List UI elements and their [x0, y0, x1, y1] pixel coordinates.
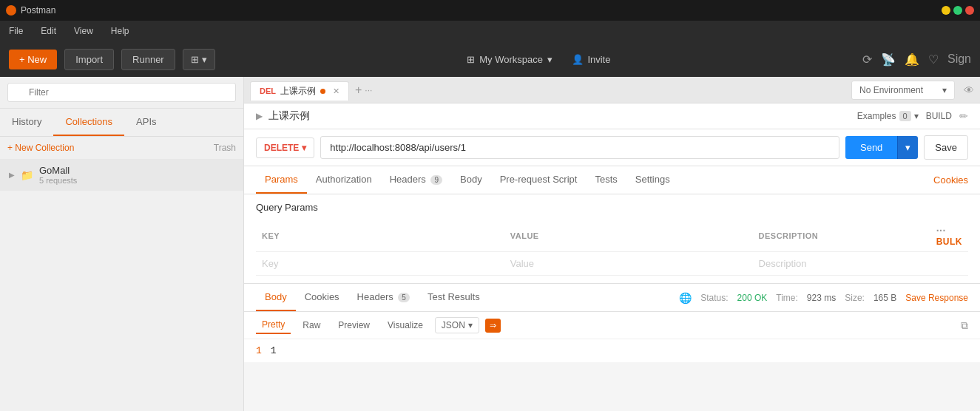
response-code-area: 1 1 [244, 339, 980, 362]
wrap-icon[interactable]: ⇒ [485, 319, 501, 333]
save-response-button[interactable]: Save Response [905, 293, 968, 303]
minimize-btn[interactable] [942, 6, 950, 15]
format-raw[interactable]: Raw [297, 317, 326, 333]
chevron-right-icon: ▶ [9, 171, 15, 179]
window-controls [942, 6, 974, 15]
code-line-1: 1 [271, 345, 277, 356]
res-tab-test-results[interactable]: Test Results [419, 284, 489, 311]
req-tab-headers[interactable]: Headers 9 [381, 166, 451, 194]
value-cell[interactable]: Value [504, 252, 753, 276]
menu-help[interactable]: Help [108, 24, 132, 38]
format-pretty[interactable]: Pretty [256, 316, 291, 334]
method-dropdown[interactable]: DELETE ▾ [256, 137, 314, 158]
sidebar-search-area: 🔍 [0, 77, 243, 109]
code-content: 1 [271, 345, 277, 356]
app-title: Postman [21, 5, 55, 16]
new-button[interactable]: + New [9, 50, 57, 69]
size-value: 165 B [873, 293, 896, 303]
req-tab-authorization[interactable]: Authorization [307, 166, 381, 194]
import-button[interactable]: Import [64, 49, 114, 70]
toolbar: + New Import Runner ⊞ ▾ ⊞ My Workspace ▾… [0, 41, 980, 77]
tab-more-button[interactable]: ··· [365, 85, 372, 95]
format-visualize[interactable]: Visualize [382, 317, 429, 333]
request-tab[interactable]: DEL 上课示例 ✕ [250, 81, 349, 101]
cookies-link[interactable]: Cookies [933, 174, 968, 186]
eye-icon[interactable]: 👁 [964, 84, 974, 96]
workspace-button[interactable]: ⊞ My Workspace ▾ [467, 54, 552, 65]
res-tab-body[interactable]: Body [256, 284, 296, 311]
environment-selector[interactable]: No Environment ▾ [851, 81, 955, 100]
copy-icon[interactable]: ⧉ [961, 319, 968, 332]
description-cell[interactable]: Description [753, 252, 930, 276]
format-preview[interactable]: Preview [332, 317, 376, 333]
url-input[interactable] [320, 136, 839, 159]
req-tab-settings[interactable]: Settings [626, 166, 679, 194]
request-header: ▶ 上课示例 Examples 0 ▾ BUILD ✏ [244, 103, 980, 129]
grid-icon: ⊞ [467, 54, 475, 65]
maximize-btn[interactable] [953, 6, 962, 15]
tab-collections[interactable]: Collections [53, 109, 124, 136]
person-icon: 👤 [572, 54, 584, 65]
filter-input[interactable] [7, 83, 236, 102]
menu-view[interactable]: View [71, 24, 96, 38]
req-tab-params[interactable]: Params [256, 166, 307, 194]
request-tabs: Params Authorization Headers 9 Body Pre-… [244, 166, 980, 194]
res-tab-cookies[interactable]: Cookies [296, 284, 348, 311]
build-button[interactable]: BUILD [926, 111, 952, 121]
response-section: Body Cookies Headers 5 Test Results 🌐 St… [244, 283, 980, 362]
chevron-down-icon: ▾ [942, 85, 947, 95]
app-icon [6, 5, 16, 16]
row-actions [930, 252, 968, 276]
json-format-dropdown[interactable]: JSON ▾ [435, 317, 479, 333]
request-name: 上课示例 [268, 109, 310, 123]
key-cell[interactable]: Key [256, 252, 504, 276]
expand-arrow[interactable]: ▶ [256, 111, 263, 121]
workspace-area: ⊞ My Workspace ▾ 👤 Invite [223, 54, 855, 65]
line-numbers: 1 [256, 345, 262, 356]
req-tab-body[interactable]: Body [451, 166, 491, 194]
tab-apis[interactable]: APIs [124, 109, 168, 136]
req-tab-prerequest[interactable]: Pre-request Script [491, 166, 587, 194]
notification-icon[interactable]: 🔔 [905, 52, 919, 67]
sync-icon[interactable]: ⟳ [862, 52, 872, 67]
res-tab-headers[interactable]: Headers 5 [348, 284, 419, 311]
menu-file[interactable]: File [6, 24, 26, 38]
sign-in-label[interactable]: Sign [947, 52, 971, 66]
examples-button[interactable]: Examples 0 ▾ [857, 111, 919, 121]
toolbar-right: ⟳ 📡 🔔 ♡ Sign [862, 52, 971, 67]
send-dropdown-button[interactable]: ▾ [897, 136, 918, 159]
tab-history[interactable]: History [0, 109, 53, 136]
heart-icon[interactable]: ♡ [928, 52, 939, 67]
new-tab-button[interactable]: + [355, 84, 362, 97]
dots-icon[interactable]: ··· [936, 225, 946, 237]
query-params-title: Query Params [256, 202, 968, 213]
menu-edit[interactable]: Edit [38, 24, 59, 38]
sidebar-actions: + New Collection Trash [0, 137, 243, 159]
value-column-header: VALUE [504, 220, 753, 252]
req-tab-tests[interactable]: Tests [586, 166, 626, 194]
send-button[interactable]: Send [845, 136, 897, 159]
collection-item-gomall[interactable]: ▶ 📁 GoMall 5 requests [0, 159, 243, 191]
request-header-right: Examples 0 ▾ BUILD ✏ [857, 110, 968, 122]
tab-unsaved-indicator [320, 89, 325, 94]
layout-button[interactable]: ⊞ ▾ [183, 49, 215, 70]
url-bar: DELETE ▾ Send ▾ Save [244, 129, 980, 166]
tab-close-button[interactable]: ✕ [333, 86, 339, 96]
invite-button[interactable]: 👤 Invite [572, 54, 610, 65]
new-collection-button[interactable]: + New Collection [7, 143, 74, 153]
send-button-group: Send ▾ [845, 136, 918, 159]
response-meta: 🌐 Status: 200 OK Time: 923 ms Size: 165 … [679, 292, 968, 304]
runner-button[interactable]: Runner [121, 49, 175, 70]
bulk-edit-link[interactable]: Bulk [936, 237, 962, 247]
collection-name: GoMall [39, 165, 234, 176]
menu-bar: File Edit View Help [0, 21, 980, 41]
close-btn[interactable] [965, 6, 974, 15]
examples-label: Examples [857, 111, 896, 121]
save-button[interactable]: Save [924, 135, 968, 160]
sidebar-tabs: History Collections APIs [0, 109, 243, 137]
satellite-icon[interactable]: 📡 [881, 52, 896, 67]
edit-icon[interactable]: ✏ [959, 110, 968, 122]
trash-button[interactable]: Trash [214, 143, 236, 153]
chevron-down-icon: ▾ [914, 111, 919, 121]
main-layout: 🔍 History Collections APIs + New Collect… [0, 77, 980, 411]
